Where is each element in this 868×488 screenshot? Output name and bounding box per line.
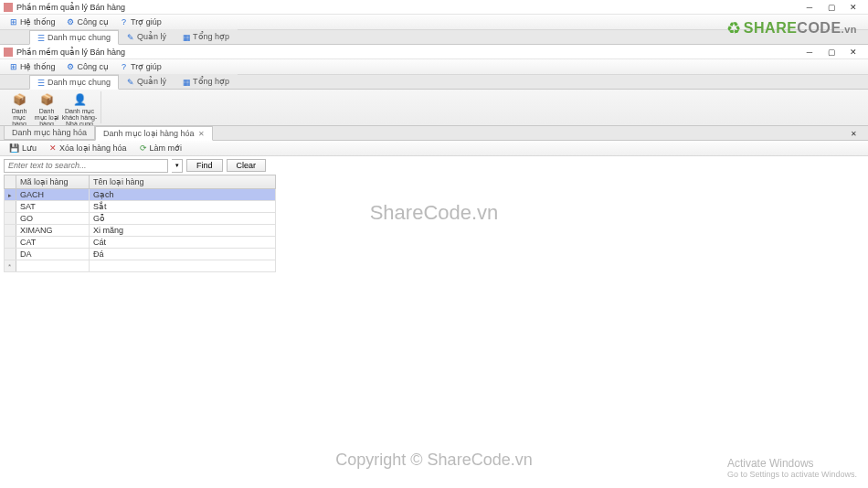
new-row[interactable] (5, 260, 276, 272)
cell-code[interactable]: CAT (16, 237, 90, 249)
refresh-icon: ⟳ (140, 143, 147, 153)
windows-icon: ⊞ (9, 63, 17, 71)
inner-tab-tonghop[interactable]: ▦Tổng hợp (175, 74, 238, 89)
inner-title: Phần mềm quản lý Bán hàng (16, 48, 799, 57)
watermark-bottom: Copyright © ShareCode.vn (335, 451, 532, 470)
inner-tab-danhmuc[interactable]: ☰Danh mục chung (29, 75, 119, 90)
cell-code[interactable]: GACH (16, 189, 90, 201)
activate-windows: Activate Windows Go to Settings to activ… (727, 457, 857, 479)
outer-tab-quanly[interactable]: ✎Quản lý (119, 29, 175, 44)
windows-icon: ⊞ (9, 18, 17, 27)
inner-close-button[interactable]: ✕ (842, 46, 864, 58)
toolbar-refresh[interactable]: ⟳Làm mới (134, 143, 188, 154)
gear-icon: ⚙ (67, 63, 75, 71)
outer-tab-tonghop[interactable]: ▦Tổng hợp (175, 29, 238, 44)
table-row[interactable]: DAĐá (5, 249, 276, 260)
cell-name[interactable]: Gạch (90, 189, 276, 201)
cell-name[interactable]: Sắt (90, 201, 276, 213)
cell-name[interactable]: Đá (90, 249, 276, 260)
inner-tabstrip: ☰Danh mục chung ✎Quản lý ▦Tổng hợp (0, 75, 868, 90)
ribbon-group-danhmuc: 📦 Danh mục hàng hóa 📦 Danh mục loại hàng… (4, 91, 101, 123)
inner-menu-system[interactable]: ⊞Hệ thống (4, 62, 61, 71)
cell-name[interactable]: Cát (90, 237, 276, 249)
row-handle[interactable] (5, 225, 16, 237)
help-icon: ? (120, 63, 128, 71)
svg-rect-1 (4, 48, 13, 57)
outer-maximize-button[interactable]: ▢ (820, 1, 842, 14)
outer-minimize-button[interactable]: ─ (799, 1, 820, 14)
toolbar-delete[interactable]: ✕Xóa loại hàng hóa (44, 143, 132, 154)
row-handle[interactable] (5, 249, 16, 260)
find-button[interactable]: Find (186, 159, 223, 172)
manage-icon: ✎ (127, 33, 134, 40)
row-handle[interactable] (5, 213, 16, 225)
row-handle[interactable] (5, 189, 16, 201)
inner-menu-tools[interactable]: ⚙Công cụ (61, 62, 115, 71)
cell-code[interactable]: SAT (16, 201, 90, 213)
svg-rect-0 (4, 3, 13, 12)
cell-name[interactable]: Gỗ (90, 213, 276, 225)
grid-col-code[interactable]: Mã loại hàng (16, 175, 90, 189)
cell-name[interactable]: Xi măng (90, 225, 276, 237)
manage-icon: ✎ (127, 78, 134, 85)
help-icon: ? (120, 18, 128, 27)
app-icon (4, 3, 13, 12)
app-icon (4, 48, 13, 57)
inner-tab-blank[interactable] (4, 83, 29, 89)
table-row[interactable]: SATSắt (5, 201, 276, 213)
delete-icon: ✕ (49, 143, 57, 153)
doctabs: Danh mục hàng hóa Danh mục loại hàng hóa… (0, 126, 868, 141)
outer-tab-danhmuc[interactable]: ☰Danh mục chung (29, 30, 119, 45)
table-row[interactable]: CATCát (5, 237, 276, 249)
outer-close-button[interactable]: ✕ (842, 1, 864, 14)
box-icon: 📦 (12, 92, 26, 107)
outer-menu-system[interactable]: ⊞Hệ thống (4, 17, 61, 27)
inner-maximize-button[interactable]: ▢ (820, 46, 842, 58)
outer-menu-help[interactable]: ?Trợ giúp (114, 17, 167, 27)
grid-rowhandle-header (5, 175, 16, 189)
cell-code[interactable]: GO (16, 213, 90, 225)
doctab-loaihang[interactable]: Danh mục loại hàng hóa✕ (95, 126, 213, 141)
grid-header-row: Mã loại hàng Tên loại hàng (5, 175, 276, 189)
boxes-icon: 📦 (39, 92, 54, 107)
inner-tab-quanly[interactable]: ✎Quản lý (119, 74, 175, 89)
cell-code[interactable]: DA (16, 249, 90, 260)
person-icon: 👤 (72, 92, 87, 107)
row-handle[interactable] (5, 237, 16, 249)
search-dropdown[interactable]: ▾ (172, 159, 183, 173)
doctab-close-all[interactable]: ✕ (842, 127, 864, 140)
doctab-hanghoa[interactable]: Danh mục hàng hóa (4, 125, 95, 140)
table-row[interactable]: XIMANGXi măng (5, 225, 276, 237)
grid-col-name[interactable]: Tên loại hàng (90, 175, 276, 189)
toolbar-save[interactable]: 💾Lưu (4, 143, 42, 154)
grid-loaihang[interactable]: Mã loại hàng Tên loại hàng GACHGạchSATSắ… (4, 175, 276, 272)
doctab-close-icon[interactable]: ✕ (198, 130, 205, 138)
inner-titlebar: Phần mềm quản lý Bán hàng ─ ▢ ✕ (0, 45, 868, 59)
list-icon: ☰ (37, 79, 45, 86)
clear-button[interactable]: Clear (227, 159, 267, 172)
outer-menubar: ⊞Hệ thống ⚙Công cụ ?Trợ giúp (0, 15, 868, 30)
inner-menubar: ⊞Hệ thống ⚙Công cụ ?Trợ giúp (0, 59, 868, 75)
report-icon: ▦ (183, 78, 190, 85)
outer-tabstrip: ☰Danh mục chung ✎Quản lý ▦Tổng hợp (0, 30, 868, 45)
inner-minimize-button[interactable]: ─ (799, 46, 820, 58)
ribbon: 📦 Danh mục hàng hóa 📦 Danh mục loại hàng… (0, 90, 868, 126)
cell-code[interactable]: XIMANG (16, 225, 90, 237)
toolbar: 💾Lưu ✕Xóa loại hàng hóa ⟳Làm mới (0, 141, 868, 156)
table-row[interactable]: GOGỗ (5, 213, 276, 225)
save-icon: 💾 (9, 143, 19, 153)
outer-tab-blank[interactable] (4, 38, 29, 44)
outer-menu-tools[interactable]: ⚙Công cụ (61, 17, 115, 27)
outer-titlebar: Phần mềm quản lý Bán hàng ─ ▢ ✕ (0, 0, 868, 15)
inner-menu-help[interactable]: ?Trợ giúp (114, 62, 167, 71)
report-icon: ▦ (183, 33, 190, 40)
list-icon: ☰ (37, 34, 45, 41)
search-input[interactable] (4, 159, 168, 173)
search-row: ▾ Find Clear (0, 156, 868, 175)
table-row[interactable]: GACHGạch (5, 189, 276, 201)
row-handle[interactable] (5, 201, 16, 213)
row-handle[interactable] (5, 260, 16, 272)
gear-icon: ⚙ (67, 18, 75, 27)
outer-title: Phần mềm quản lý Bán hàng (16, 3, 799, 12)
